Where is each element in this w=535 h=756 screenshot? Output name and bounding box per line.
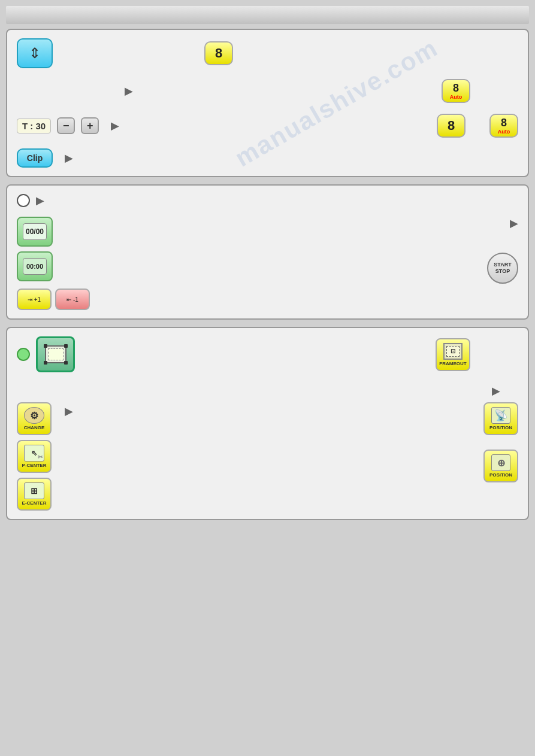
circle-indicator-3	[17, 348, 30, 361]
frameout-button[interactable]: ⊡ FRAMEOUT	[436, 338, 470, 371]
num-badge-auto-1: 8 Auto	[442, 79, 470, 103]
start-label: START	[494, 262, 511, 268]
page-icon-p2-2: ▶	[510, 217, 518, 229]
panel-3: ⊡ FRAMEOUT ▶ ⚙ CHANGE ⇖ ✂ P-CENTER	[6, 327, 529, 520]
top-bar	[6, 6, 529, 24]
num-badge-1: 8	[204, 41, 233, 65]
num-badge-2: 8	[437, 114, 466, 138]
num-badge-auto-2: 8 Auto	[489, 114, 518, 138]
position-top-button[interactable]: 📡 POSITION	[483, 402, 518, 435]
position-bottom-button[interactable]: ⊕ POSITION	[483, 450, 518, 482]
timer-button[interactable]: 00:00	[17, 251, 53, 281]
step-minus-button[interactable]: ⇤ -1	[55, 289, 90, 310]
ecenter-button[interactable]: ⊞ E-CENTER	[17, 478, 52, 511]
pcenter-button[interactable]: ⇖ ✂ P-CENTER	[17, 440, 52, 473]
main-arrow-button[interactable]: ⇕	[17, 38, 53, 68]
minus-button[interactable]: −	[57, 117, 75, 134]
page-icon-3: ▶	[65, 152, 73, 164]
panel-2: ▶ 00/00 00:00 ⇥ +1	[6, 184, 529, 320]
frame-selected-button[interactable]	[36, 336, 75, 372]
timer-display: T : 30	[17, 119, 51, 133]
page-icon-p3-1: ▶	[492, 384, 500, 397]
clip-button[interactable]: Clip	[17, 148, 53, 168]
plus-button[interactable]: +	[81, 117, 99, 134]
arrow-icon: ⇕	[29, 46, 41, 60]
page-icon-1: ▶	[125, 84, 133, 98]
circle-indicator-2	[17, 194, 30, 207]
panel-1: manualshive.com ⇕ 8 ▶ 8 Auto T : 30 − + …	[6, 29, 529, 177]
stop-label: STOP	[495, 268, 510, 275]
counter-button[interactable]: 00/00	[17, 217, 53, 247]
ecenter-label: E-CENTER	[22, 500, 47, 506]
page-icon-p2-1: ▶	[36, 194, 44, 207]
step-plus-icon: ⇥ +1	[28, 296, 41, 303]
change-button[interactable]: ⚙ CHANGE	[17, 402, 52, 435]
step-plus-button[interactable]: ⇥ +1	[17, 289, 52, 310]
start-stop-button[interactable]: START STOP	[487, 253, 518, 284]
page-icon-2: ▶	[111, 120, 119, 132]
page-icon-p3-2: ▶	[65, 405, 73, 417]
step-minus-icon: ⇤ -1	[67, 296, 78, 303]
